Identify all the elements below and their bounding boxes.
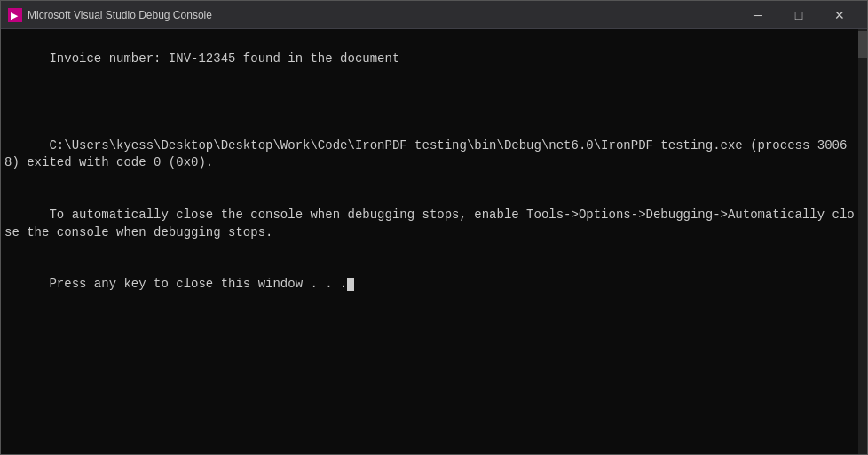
- console-area: Invoice number: INV-12345 found in the d…: [1, 29, 867, 454]
- window-title: Microsoft Visual Studio Debug Console: [28, 9, 738, 21]
- console-output: Invoice number: INV-12345 found in the d…: [1, 29, 858, 454]
- title-bar: ▶ Microsoft Visual Studio Debug Console …: [1, 1, 867, 29]
- window-controls: ─ □ ✕: [738, 1, 860, 29]
- maximize-button[interactable]: □: [778, 1, 819, 29]
- console-line-3: C:\Users\kyess\Desktop\Desktop\Work\Code…: [4, 138, 847, 170]
- console-line-4: To automatically close the console when …: [4, 208, 855, 239]
- console-line-1: Invoice number: INV-12345 found in the d…: [49, 51, 399, 66]
- console-line-5: Press any key to close this window . . .: [49, 277, 347, 291]
- scrollbar[interactable]: [858, 29, 867, 454]
- scrollbar-thumb[interactable]: [858, 31, 867, 58]
- window: ▶ Microsoft Visual Studio Debug Console …: [0, 0, 868, 455]
- cursor: [347, 278, 354, 291]
- svg-text:▶: ▶: [11, 11, 19, 20]
- minimize-button[interactable]: ─: [738, 1, 778, 29]
- close-button[interactable]: ✕: [819, 1, 860, 29]
- app-icon: ▶: [8, 8, 22, 22]
